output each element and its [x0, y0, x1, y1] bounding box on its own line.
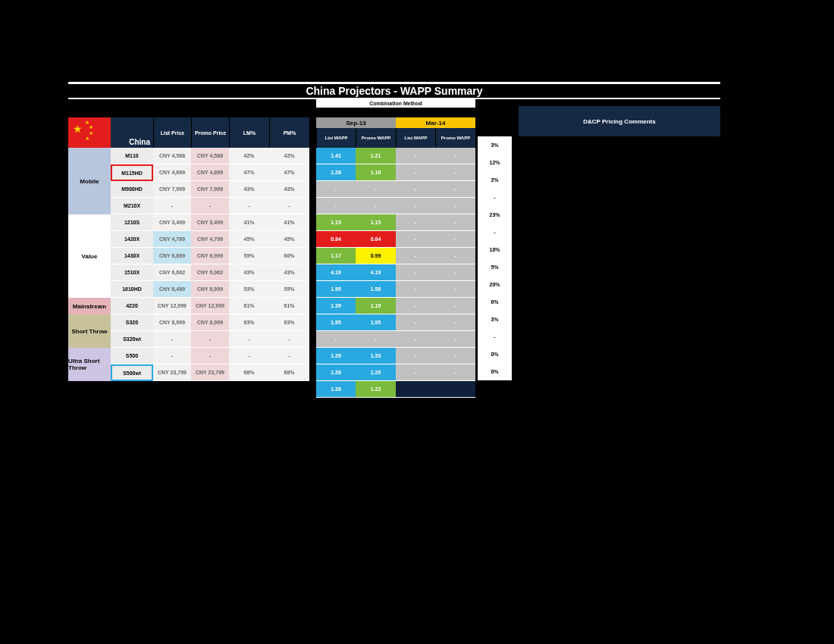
promo-price-cell: - [191, 331, 229, 348]
pct-cell: 23% [478, 206, 512, 224]
list-price-cell: CNY 6,062 [153, 264, 191, 281]
list-price-cell: - [153, 331, 191, 348]
total-lw2: #DIV/0! [396, 381, 435, 398]
promo-wapp2-cell: - [435, 264, 475, 281]
list-wapp-cell: 0.84 [316, 231, 356, 248]
lm-cell: 43% [229, 181, 269, 198]
period-mar14: Mar-14 [396, 117, 475, 128]
promo-wapp-cell: 1.10 [356, 164, 396, 181]
model-cell: M900HD [111, 181, 153, 198]
category-value: Value [68, 214, 111, 298]
pm-cell: 41% [269, 214, 309, 231]
promo-wapp2-cell: - [435, 364, 475, 381]
list-wapp-cell: 1.41 [316, 148, 356, 164]
promo-wapp2-cell: - [435, 198, 475, 214]
list-wapp2-cell: - [396, 248, 435, 264]
promo-wapp2-cell: - [435, 314, 475, 331]
flag-china: ★ ★ ★ ★ ★ [68, 117, 111, 148]
list-wapp2-cell: - [396, 364, 435, 381]
pm-cell: 43% [269, 181, 309, 198]
model-cell: S500 [111, 348, 153, 364]
pm-cell: 45% [269, 231, 309, 248]
list-wapp2-cell: - [396, 298, 435, 314]
model-cell: 1430X [111, 248, 153, 264]
pct-cell: 12% [478, 154, 512, 171]
pct-cell: 3% [478, 136, 512, 154]
list-price-cell: - [153, 348, 191, 364]
col-promo-price: Promo Price [191, 117, 229, 148]
pct-cell: - [478, 224, 512, 241]
list-price-cell: CNY 3,499 [153, 214, 191, 231]
promo-wapp2-cell: - [435, 248, 475, 264]
model-cell: 1210S [111, 214, 153, 231]
model-cell: 1610HD [111, 281, 153, 298]
promo-wapp-cell: - [356, 331, 396, 348]
col-pm: PM% [269, 117, 309, 148]
lm-cell: 45% [229, 231, 269, 248]
lm-cell: 47% [229, 164, 269, 181]
data-rows: MobileM110CNY 4,588CNY 4,58842%42%1.411.… [68, 148, 792, 381]
pm-cell: 63% [269, 314, 309, 331]
lm-cell: 61% [229, 298, 269, 314]
combination-method-label: Combination Method [316, 99, 475, 108]
pm-cell: - [269, 331, 309, 348]
promo-wapp-cell: 1.95 [356, 314, 396, 331]
promo-price-cell: CNY 6,062 [191, 264, 229, 281]
list-price-cell: CNY 4,588 [153, 148, 191, 164]
list-wapp-cell: 1.28 [316, 164, 356, 181]
promo-wapp2-cell: - [435, 348, 475, 364]
model-cell: M115HD [111, 164, 153, 181]
sub-promo-wapp-1: Promo WAPP [356, 128, 396, 148]
promo-price-cell: CNY 6,999 [191, 248, 229, 264]
list-wapp2-cell: - [396, 281, 435, 298]
category-ultra-short-throw: Ultra Short Throw [68, 348, 111, 381]
lm-cell: - [229, 198, 269, 214]
promo-price-cell: CNY 7,999 [191, 181, 229, 198]
list-price-cell: CNY 8,999 [153, 314, 191, 331]
promo-price-cell: CNY 4,899 [191, 164, 229, 181]
list-price-cell: CNY 23,799 [153, 364, 191, 381]
period-sep13: Sep-13 [316, 117, 396, 128]
promo-wapp2-cell: - [435, 331, 475, 348]
promo-price-cell: CNY 3,499 [191, 214, 229, 231]
category-mainstream: Mainstream [68, 298, 111, 314]
lm-cell: 42% [229, 148, 269, 164]
promo-wapp-cell: 0.84 [356, 231, 396, 248]
pm-cell: 68% [269, 364, 309, 381]
promo-wapp2-cell: - [435, 148, 475, 164]
list-wapp-cell: 1.15 [316, 214, 356, 231]
promo-wapp-cell: 1.21 [356, 148, 396, 164]
pct-cell: 20% [478, 276, 512, 293]
list-wapp-cell: - [316, 181, 356, 198]
model-cell: S320wi [111, 331, 153, 348]
country-label: China [111, 117, 153, 148]
list-price-cell: CNY 7,999 [153, 181, 191, 198]
total-pw2: #DIV/0! [435, 381, 475, 398]
pct-cell: 18% [478, 241, 512, 258]
pct-cell: 3% [478, 311, 512, 328]
model-cell: S320 [111, 314, 153, 331]
pm-cell: 61% [269, 298, 309, 314]
lm-cell: - [229, 348, 269, 364]
pct-cell: 0% [478, 345, 512, 363]
promo-price-cell: CNY 8,999 [191, 281, 229, 298]
list-wapp-cell: 1.95 [316, 281, 356, 298]
lm-cell: 63% [229, 314, 269, 331]
lm-cell: 59% [229, 248, 269, 264]
pm-cell: - [269, 198, 309, 214]
list-wapp2-cell: - [396, 348, 435, 364]
list-wapp-cell: - [316, 198, 356, 214]
list-price-cell: CNY 6,899 [153, 248, 191, 264]
list-wapp2-cell: - [396, 181, 435, 198]
promo-wapp2-cell: - [435, 164, 475, 181]
model-cell: 1510X [111, 264, 153, 281]
category-short-throw: Short Throw [68, 314, 111, 348]
list-wapp-cell: - [316, 331, 356, 348]
pm-cell: 42% [269, 148, 309, 164]
pct-cell: - [478, 328, 512, 345]
model-cell: M210X [111, 198, 153, 214]
total-pw: 1.22 [356, 381, 396, 398]
list-price-cell: CNY 12,999 [153, 298, 191, 314]
list-price-cell: CNY 4,799 [153, 231, 191, 248]
promo-wapp-cell: - [356, 198, 396, 214]
